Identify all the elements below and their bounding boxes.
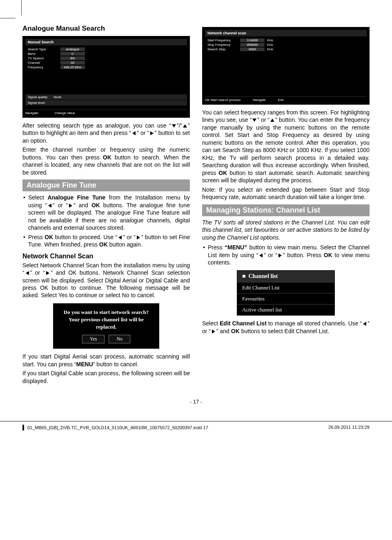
band-analogue-fine-tune: Analogue Fine Tune (22, 179, 190, 191)
ss1-row3-value: 02 (60, 61, 85, 65)
svg-marker-8 (26, 271, 29, 275)
screenshot-manual-search: Manual Search Search Typeanalogue BandC … (22, 36, 190, 118)
svg-marker-0 (172, 124, 176, 128)
note-extended-gap: Note: If you select an extended gap betw… (202, 186, 370, 201)
ss1-row0-label: Search Type (28, 47, 60, 51)
bullet-press-menu: Press “MENU” button to view main menu. S… (202, 244, 370, 266)
screenshot-channel-list-menu: ■ Channel list Edit Channel List Favouri… (237, 270, 335, 316)
ss2-row1-unit: KHz (265, 43, 273, 47)
screenshot-network-channel-scan: Network channel scan Start Frequency1140… (202, 27, 370, 105)
right-arrow-icon (45, 271, 50, 276)
para-digital-cable: If you start Digital Cable scan process,… (22, 370, 190, 385)
ss2-nav3: Exit (278, 98, 283, 102)
right-arrow-icon (211, 329, 216, 334)
left-arrow-icon (362, 321, 367, 326)
dialog-line1: Do you want to start network search? (57, 309, 156, 316)
ss1-row1-label: Band (28, 52, 60, 56)
menu-item-active-channel-list[interactable]: Active channel list (237, 304, 334, 315)
dialog-line3: replaced. (57, 323, 156, 331)
ss2-row2-label: Search Step (207, 47, 240, 51)
dialog-line2: Your previous channel list will be (57, 316, 156, 323)
dialog-no-button[interactable]: No (109, 335, 130, 343)
svg-marker-7 (137, 235, 140, 240)
ss2-row1-label: Stop Frequency (207, 43, 240, 47)
menu-item-favourites[interactable]: Favourites (237, 293, 334, 304)
right-arrow-icon (68, 203, 73, 208)
svg-marker-13 (278, 253, 282, 258)
right-column: Network channel scan Start Frequency1140… (202, 25, 370, 386)
para-frequency-ranges: You can select frequency ranges from thi… (202, 109, 370, 184)
bullet-fine-tune-press-ok: Press OK button to proceed. Use “” or “”… (22, 233, 190, 249)
para-channel-list-intro: The TV sorts all stored stations in the … (202, 219, 370, 241)
ss2-row0-value: 114000 (240, 38, 265, 42)
ss1-nav-left: Navigate (25, 111, 38, 115)
ss1-level-label: Signal level: (28, 101, 45, 105)
dialog-network-search-confirm: Do you want to start network search? You… (53, 303, 159, 349)
ss1-row2-label: TV System (28, 56, 60, 60)
left-column: Analogue Manual Search Manual Search Sea… (22, 25, 190, 386)
para-network-scan: Select Network Channel Scan from the ins… (22, 262, 190, 299)
ss2-nav1: OK Start search process (205, 98, 241, 102)
svg-marker-9 (46, 271, 49, 275)
left-arrow-icon (47, 203, 52, 208)
ss1-row2-value: BG (60, 56, 85, 60)
down-arrow-icon (172, 123, 176, 128)
ss1-row0-value: analogue (60, 47, 85, 51)
footer-filename: 01_MB65_[GB]_DVB-TC_PVR_GOLD14_5110UK_46… (27, 425, 208, 430)
dialog-yes-button[interactable]: Yes (82, 335, 105, 343)
left-arrow-icon (25, 271, 30, 276)
ss2-row1-value: 858000 (240, 43, 265, 47)
right-arrow-icon (278, 253, 283, 258)
right-arrow-icon (149, 131, 154, 136)
ss1-title: Manual Search (25, 39, 187, 45)
left-arrow-icon (258, 253, 263, 258)
footer-date: 26.09.2011 11:23:29 (328, 425, 370, 430)
ss1-row1-value: C (60, 52, 85, 56)
band-managing-stations: Managing Stations: Channel List (202, 204, 370, 216)
left-arrow-icon (131, 131, 136, 136)
svg-marker-3 (150, 131, 154, 135)
ss1-row3-label: Channel (28, 61, 60, 65)
svg-marker-11 (270, 119, 274, 122)
svg-marker-1 (183, 124, 187, 128)
footer-bar-icon (22, 425, 24, 430)
heading-network-channel-scan: Network Channel Scan (22, 253, 190, 260)
menu-item-edit-channel-list[interactable]: Edit Channel List (237, 282, 334, 293)
ss1-row4-value: 048.25 MHz (60, 65, 85, 69)
ss2-row0-unit: KHz (265, 38, 273, 42)
svg-marker-15 (212, 329, 215, 334)
svg-marker-12 (259, 253, 263, 258)
ss2-nav2: Navigate (253, 98, 266, 102)
left-arrow-icon (118, 235, 122, 240)
svg-marker-6 (118, 235, 122, 240)
heading-analogue-manual-search: Analogue Manual Search (22, 25, 190, 33)
ss1-quality-value: None (53, 95, 61, 99)
svg-marker-14 (363, 322, 366, 326)
up-arrow-icon (183, 123, 187, 128)
svg-marker-10 (252, 119, 256, 122)
ss2-row0-label: Start Frequency (207, 38, 240, 42)
svg-marker-4 (48, 204, 51, 208)
ss1-nav-right: Change Value (55, 111, 75, 115)
para-digital-aerial: If you start Digital Aerial scan process… (22, 353, 190, 368)
para-select-edit-channel-list: Select Edit Channel List to manage all s… (202, 320, 370, 335)
page-content: Analogue Manual Search Manual Search Sea… (0, 0, 392, 421)
bullet-fine-tune-select: Select Analogue Fine Tune from the Insta… (22, 194, 190, 231)
para-after-selecting: After selecting search type as analogue,… (22, 122, 190, 144)
page-number: - 17 - (22, 399, 370, 405)
down-arrow-icon (252, 118, 257, 123)
right-arrow-icon (136, 235, 141, 240)
svg-marker-5 (69, 204, 72, 208)
footer: 01_MB65_[GB]_DVB-TC_PVR_GOLD14_5110UK_46… (0, 421, 392, 435)
ss2-row2-unit: KHz (265, 47, 273, 51)
ss1-quality-label: Signal quality: (28, 95, 48, 99)
ss1-row4-label: Frequency (28, 65, 60, 69)
up-arrow-icon (270, 118, 275, 123)
svg-marker-2 (132, 131, 136, 135)
menu-title: ■ Channel list (237, 271, 334, 282)
ss2-title: Network channel scan (205, 30, 367, 36)
ss2-row2-value: 8000 (240, 47, 265, 51)
para-enter-channel: Enter the channel number or frequency us… (22, 146, 190, 176)
